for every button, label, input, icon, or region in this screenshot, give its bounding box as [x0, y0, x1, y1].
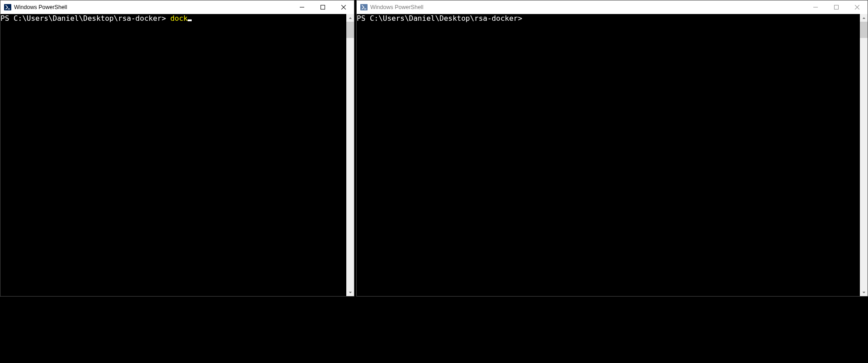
- window-title: Windows PowerShell: [370, 4, 423, 10]
- command-text: dock: [170, 14, 188, 23]
- titlebar-left[interactable]: Windows PowerShell: [0, 0, 354, 14]
- text-cursor: [188, 19, 192, 21]
- titlebar-right[interactable]: Windows PowerShell: [357, 0, 868, 14]
- svg-rect-3: [321, 5, 325, 9]
- powershell-window-left: Windows PowerShell PS C:\Users\Daniel\De…: [0, 0, 354, 297]
- svg-rect-7: [835, 5, 839, 9]
- scroll-thumb[interactable]: [860, 22, 868, 38]
- scroll-up-button[interactable]: [860, 14, 868, 22]
- minimize-button[interactable]: [292, 0, 312, 14]
- vertical-scrollbar[interactable]: [346, 14, 354, 296]
- minimize-button[interactable]: [805, 0, 826, 14]
- window-title: Windows PowerShell: [14, 4, 67, 10]
- client-area: PS C:\Users\Daniel\Desktop\rsa-docker> d…: [0, 14, 354, 296]
- scroll-down-button[interactable]: [860, 288, 868, 296]
- prompt-text: PS C:\Users\Daniel\Desktop\rsa-docker>: [0, 14, 170, 23]
- powershell-icon: [360, 4, 368, 11]
- maximize-button[interactable]: [826, 0, 847, 14]
- maximize-button[interactable]: [312, 0, 333, 14]
- svg-rect-6: [813, 7, 818, 8]
- close-button[interactable]: [847, 0, 868, 14]
- svg-rect-1: [8, 9, 10, 9]
- prompt-text: PS C:\Users\Daniel\Desktop\rsa-docker>: [357, 14, 522, 23]
- client-area: PS C:\Users\Daniel\Desktop\rsa-docker>: [357, 14, 868, 296]
- vertical-scrollbar[interactable]: [860, 14, 868, 296]
- svg-rect-5: [364, 9, 366, 9]
- powershell-window-right: Windows PowerShell PS C:\Users\Daniel\De…: [356, 0, 868, 297]
- window-controls: [292, 0, 354, 14]
- desktop: Windows PowerShell PS C:\Users\Daniel\De…: [0, 0, 868, 363]
- scroll-down-button[interactable]: [346, 288, 354, 296]
- terminal-right[interactable]: PS C:\Users\Daniel\Desktop\rsa-docker>: [357, 14, 860, 296]
- scroll-up-button[interactable]: [346, 14, 354, 22]
- close-button[interactable]: [333, 0, 354, 14]
- svg-rect-2: [300, 7, 304, 8]
- window-controls: [805, 0, 868, 14]
- scroll-track[interactable]: [346, 22, 354, 288]
- powershell-icon: [4, 4, 11, 11]
- terminal-left[interactable]: PS C:\Users\Daniel\Desktop\rsa-docker> d…: [0, 14, 346, 296]
- scroll-track[interactable]: [860, 22, 868, 288]
- scroll-thumb[interactable]: [346, 22, 354, 38]
